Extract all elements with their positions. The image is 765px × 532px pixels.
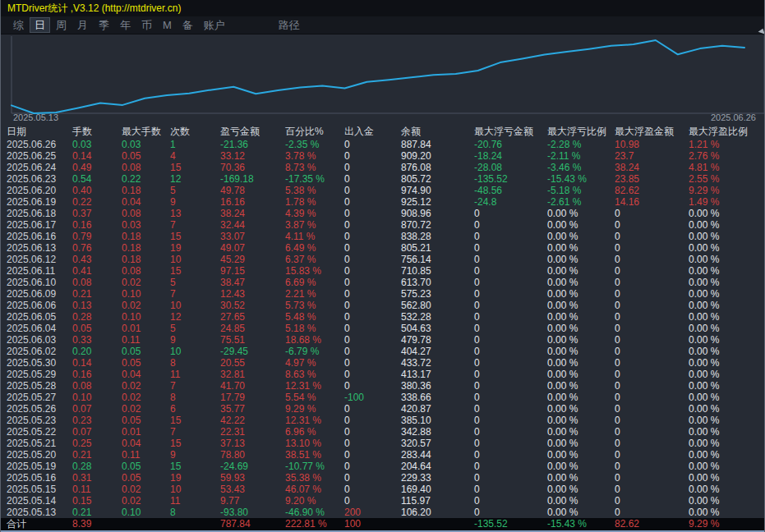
cell-max-float-profit: 14.16 (615, 196, 689, 208)
cell-balance: 479.78 (401, 334, 474, 346)
cell-max-float-loss: 0 (474, 231, 547, 242)
cell-lots: 0.49 (72, 162, 122, 173)
table-row[interactable]: 2025.06.260.030.031-21.36-2.35 %0887.84-… (1, 139, 765, 150)
cell-max-float-loss-pct: 0.00 % (547, 300, 615, 311)
table-row[interactable]: 2025.06.020.200.0510-29.45-6.79 %0404.27… (1, 346, 765, 357)
cell-date: 2025.05.30 (7, 357, 72, 369)
cell-pnl-pct: 222.81 % (285, 518, 344, 530)
table-row[interactable]: 2025.05.150.110.021053.4346.07 %0169.400… (1, 484, 765, 495)
table-row[interactable]: 2025.05.290.160.041132.818.63 %0413.1700… (1, 369, 765, 380)
menu-item-季[interactable]: 季 (94, 17, 114, 33)
menu-item-日[interactable]: 日 (30, 17, 50, 33)
menu-item-年[interactable]: 年 (115, 17, 136, 33)
cell-max-float-profit-pct: 0.00 % (689, 392, 765, 403)
table-row[interactable]: 2025.06.160.790.181533.074.11 %0838.2800… (1, 231, 765, 242)
table-row[interactable]: 2025.05.270.100.02817.795.54 %-100338.66… (1, 392, 765, 403)
table-row[interactable]: 2025.06.090.210.10712.432.21 %0575.2300.… (1, 288, 765, 300)
table-row[interactable]: 2025.06.170.160.03732.443.87 %0870.7200.… (1, 219, 765, 231)
cell-max-float-loss-pct: 0.00 % (547, 242, 615, 254)
table-header-row: 日期手数最大手数次数盈亏金额百分比%出入金余额最大浮亏金额最大浮亏比例最大浮盈金… (1, 125, 765, 139)
cell-deposit: 0 (344, 357, 401, 369)
cell-max-lots: 0.11 (122, 449, 170, 461)
cell-max-lots: 0.01 (122, 426, 170, 438)
equity-chart[interactable]: 2025.05.13 2025.06.26 (1, 34, 765, 125)
table-row[interactable]: 2025.06.040.050.01524.855.18 %0504.6300.… (1, 323, 765, 334)
table-row[interactable]: 2025.06.050.280.101227.655.48 %0532.2800… (1, 311, 765, 323)
cell-max-float-loss-pct: 0.00 % (547, 472, 615, 484)
cell-trades: 7 (170, 219, 220, 231)
cell-trades: 8 (170, 392, 220, 403)
menu-item-path[interactable]: 路径 (274, 17, 305, 33)
table-row[interactable]: 2025.06.120.430.181045.296.37 %0756.1400… (1, 254, 765, 265)
cell-trades: 13 (170, 208, 220, 219)
cell-max-float-loss-pct: -2.61 % (547, 196, 615, 208)
cell-pnl-pct: 3.78 % (285, 150, 344, 162)
header-date: 日期 (7, 125, 72, 139)
table-row[interactable]: 2025.06.250.140.05433.123.78 %0909.20-18… (1, 150, 765, 162)
cell-date: 2025.05.28 (7, 380, 72, 392)
table-row[interactable]: 2025.05.230.230.051542.2212.31 %0385.100… (1, 415, 765, 426)
cell-pnl-pct: 12.31 % (285, 415, 344, 426)
table-row[interactable]: 2025.06.030.330.11975.5118.68 %0479.7800… (1, 334, 765, 346)
table-row[interactable]: 2025.06.240.490.081570.368.73 %0876.08-2… (1, 162, 765, 173)
cell-pnl: 70.36 (220, 162, 285, 173)
cell-max-float-profit: 0 (615, 311, 689, 323)
cell-max-float-profit-pct: 0.00 % (689, 277, 765, 288)
table-row[interactable]: 2025.05.140.150.02119.779.20 %0115.9700.… (1, 495, 765, 507)
table-row[interactable]: 2025.05.200.210.11978.8038.51 %0283.4400… (1, 449, 765, 461)
cell-pnl-pct: 35.38 % (285, 472, 344, 484)
cell-date: 2025.06.12 (7, 254, 72, 265)
menu-item-月[interactable]: 月 (72, 17, 93, 33)
cell-balance: 532.28 (401, 311, 474, 323)
table-row[interactable]: 2025.05.280.080.02741.7012.31 %0380.3600… (1, 380, 765, 392)
cell-balance: 433.72 (401, 357, 474, 369)
cell-max-float-profit: 0 (615, 472, 689, 484)
cell-trades: 9 (170, 449, 220, 461)
table-row[interactable]: 2025.06.230.540.2212-169.18-17.35 %0805.… (1, 173, 765, 185)
cell-max-float-profit: 0 (615, 231, 689, 242)
table-row[interactable]: 2025.05.130.210.108-93.80-46.90 %200106.… (1, 507, 765, 518)
cell-pnl-pct: 12.31 % (285, 380, 344, 392)
table-row[interactable]: 2025.06.100.080.02538.476.69 %0613.7000.… (1, 277, 765, 288)
cell-deposit: 0 (344, 380, 401, 392)
menu-item-M[interactable]: M (158, 17, 177, 33)
cell-balance (401, 518, 474, 530)
table-row[interactable]: 2025.05.210.250.041537.1313.10 %0320.570… (1, 438, 765, 449)
menu-item-账户[interactable]: 账户 (199, 17, 230, 33)
menu-item-周[interactable]: 周 (51, 17, 71, 33)
cell-max-float-loss-pct: -2.11 % (547, 150, 615, 162)
table-row[interactable]: 2025.05.260.070.02635.779.29 %0420.8700.… (1, 403, 765, 415)
table-row[interactable]: 2025.06.200.400.18549.785.38 %0974.90-48… (1, 185, 765, 196)
cell-balance: 575.23 (401, 288, 474, 300)
cell-max-float-loss-pct: 0.00 % (547, 449, 615, 461)
cell-balance: 229.33 (401, 472, 474, 484)
cell-date: 合计 (7, 518, 72, 530)
cell-pnl: 12.43 (220, 288, 285, 300)
table-row[interactable]: 2025.05.220.070.01722.316.96 %0342.8800.… (1, 426, 765, 438)
cell-trades: 7 (170, 426, 220, 438)
cell-max-float-loss: -18.24 (474, 150, 547, 162)
table-row[interactable]: 2025.06.110.410.081597.1515.83 %0710.850… (1, 265, 765, 277)
table-row[interactable]: 2025.05.300.140.05820.554.97 %0433.7200.… (1, 357, 765, 369)
table-row[interactable]: 2025.05.160.310.051959.9335.38 %0229.330… (1, 472, 765, 484)
cell-date: 2025.06.11 (7, 265, 72, 277)
cell-max-float-loss-pct: -15.43 % (547, 173, 615, 185)
cell-deposit: 0 (344, 403, 401, 415)
table-row[interactable]: 2025.06.180.370.081338.244.39 %0908.9600… (1, 208, 765, 219)
menu-item-综[interactable]: 综 (8, 17, 29, 33)
cell-lots: 0.37 (72, 208, 122, 219)
menu-item-备[interactable]: 备 (177, 17, 198, 33)
table-row[interactable]: 2025.05.190.280.0515-24.69-10.77 %0204.6… (1, 461, 765, 472)
cell-max-float-profit-pct: 0.00 % (689, 311, 765, 323)
cell-max-float-loss-pct: 0.00 % (547, 392, 615, 403)
cell-max-float-loss-pct: 0.00 % (547, 323, 615, 334)
cell-pnl-pct: 8.73 % (285, 162, 344, 173)
cell-max-lots: 0.08 (122, 265, 170, 277)
table-row[interactable]: 2025.06.190.220.04916.161.78 %0925.12-24… (1, 196, 765, 208)
menu-item-币[interactable]: 币 (136, 17, 157, 33)
cell-balance: 613.70 (401, 277, 474, 288)
table-row[interactable]: 2025.06.060.130.021030.525.73 %0562.8000… (1, 300, 765, 311)
cell-max-float-profit-pct: 0.00 % (689, 288, 765, 300)
table-row[interactable]: 2025.06.130.760.181949.076.49 %0805.2100… (1, 242, 765, 254)
cell-deposit: 0 (344, 231, 401, 242)
